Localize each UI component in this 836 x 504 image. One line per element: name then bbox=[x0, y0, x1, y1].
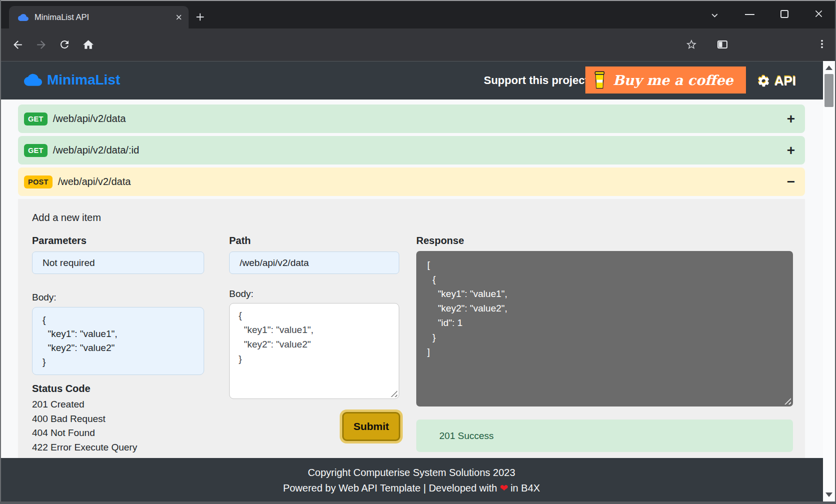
minus-icon[interactable]: − bbox=[787, 175, 795, 189]
browser-menu-kebab-icon[interactable] bbox=[816, 38, 827, 50]
brand-title[interactable]: MinimaList bbox=[47, 70, 120, 90]
method-badge-get: GET bbox=[24, 112, 48, 126]
status-code-item: 404 Not Found bbox=[32, 426, 137, 440]
footer-b4x-text: in B4X bbox=[510, 482, 540, 494]
body-input-textarea[interactable]: { "key1": "value1", "key2": "value2" } bbox=[229, 303, 399, 399]
browser-toolbar: 127.0.0.1:19800/web/help Incognito bbox=[0, 28, 836, 61]
coffee-cup-icon bbox=[593, 71, 606, 89]
window-top-edge bbox=[0, 0, 836, 1]
body-input-wrap: { "key1": "value1", "key2": "value2" } bbox=[229, 303, 399, 399]
endpoint-path: /web/api/v2/data/:id bbox=[53, 144, 139, 156]
endpoint-path: /web/api/v2/data bbox=[58, 176, 131, 188]
home-icon[interactable] bbox=[82, 38, 95, 51]
endpoint-row-post-data[interactable]: POST /web/api/v2/data − bbox=[18, 168, 805, 196]
tab-search-chevron-icon[interactable] bbox=[709, 10, 720, 21]
window-maximize-button[interactable] bbox=[780, 10, 788, 18]
page-scrollbar[interactable] bbox=[823, 61, 835, 502]
brand-cloud-icon bbox=[24, 73, 42, 86]
gear-icon bbox=[757, 74, 770, 88]
status-code-heading: Status Code bbox=[32, 383, 91, 394]
footer-powered-by: Powered by Web API Template | Developed … bbox=[0, 480, 823, 496]
forward-icon[interactable] bbox=[35, 38, 48, 51]
scroll-up-arrow-icon[interactable] bbox=[825, 66, 832, 70]
body-example-box: { "key1": "value1", "key2": "value2" } bbox=[32, 307, 204, 375]
response-output-wrap: [ { "key1": "value1", "key2": "value2", … bbox=[416, 251, 793, 406]
status-code-item: 400 Bad Request bbox=[32, 412, 137, 426]
endpoint-row-get-data-id[interactable]: GET /web/api/v2/data/:id + bbox=[18, 136, 805, 164]
buy-me-a-coffee-label: Buy me a coffee bbox=[613, 72, 733, 88]
tab-favicon-cloud-icon bbox=[18, 14, 29, 21]
submit-button[interactable]: Submit bbox=[342, 412, 400, 441]
bookmark-star-icon[interactable] bbox=[685, 38, 697, 50]
body-example-label: Body: bbox=[32, 292, 57, 303]
method-badge-post: POST bbox=[24, 176, 53, 188]
window-left-edge bbox=[0, 0, 1, 504]
footer-copyright: Copyright Computerise System Solutions 2… bbox=[0, 465, 823, 480]
buy-me-a-coffee-button[interactable]: Buy me a coffee bbox=[585, 66, 746, 94]
heart-icon: ❤ bbox=[500, 482, 508, 494]
path-input[interactable] bbox=[229, 252, 399, 274]
endpoint-row-get-data[interactable]: GET /web/api/v2/data + bbox=[18, 104, 805, 133]
status-code-item: 422 Error Execute Query bbox=[32, 440, 137, 455]
footer-powered-text: Powered by Web API Template | Developed … bbox=[283, 482, 497, 494]
body-example-code: { "key1": "value1", "key2": "value2" } bbox=[43, 313, 204, 369]
reload-icon[interactable] bbox=[59, 38, 71, 50]
plus-icon[interactable]: + bbox=[787, 144, 795, 158]
parameters-input[interactable] bbox=[32, 252, 204, 274]
scroll-down-arrow-icon[interactable] bbox=[825, 492, 832, 497]
body-input-label: Body: bbox=[229, 288, 254, 300]
tab-close-icon[interactable] bbox=[175, 14, 183, 21]
response-output[interactable]: [ { "key1": "value1", "key2": "value2", … bbox=[416, 251, 793, 406]
window-minimize-button[interactable] bbox=[745, 14, 754, 15]
method-badge-get: GET bbox=[24, 144, 48, 157]
side-panel-icon[interactable] bbox=[716, 38, 728, 50]
result-status-text: 201 Success bbox=[439, 430, 494, 442]
back-icon[interactable] bbox=[12, 38, 24, 51]
window-bottom-edge bbox=[0, 502, 836, 504]
result-status-banner: 201 Success bbox=[416, 420, 793, 452]
panel-title: Add a new item bbox=[32, 212, 101, 224]
browser-tab[interactable]: MinimaList API bbox=[9, 6, 189, 28]
scrollbar-thumb[interactable] bbox=[824, 74, 833, 107]
status-code-item: 201 Created bbox=[32, 398, 137, 412]
plus-icon[interactable]: + bbox=[787, 112, 795, 126]
new-tab-button[interactable] bbox=[195, 12, 206, 22]
parameters-label: Parameters bbox=[32, 235, 87, 246]
response-label: Response bbox=[416, 235, 464, 246]
tab-title: MinimaList API bbox=[35, 12, 175, 22]
api-label: API bbox=[774, 74, 796, 89]
site-footer: Copyright Computerise System Solutions 2… bbox=[0, 458, 823, 502]
status-code-list: 201 Created 400 Bad Request 404 Not Foun… bbox=[32, 398, 137, 454]
path-label: Path bbox=[229, 235, 251, 246]
api-nav-link[interactable]: API bbox=[757, 74, 796, 89]
window-close-button[interactable] bbox=[813, 8, 824, 19]
browser-titlebar: MinimaList API bbox=[0, 0, 836, 28]
endpoint-path: /web/api/v2/data bbox=[53, 113, 126, 124]
support-project-text: Support this project bbox=[484, 74, 588, 88]
